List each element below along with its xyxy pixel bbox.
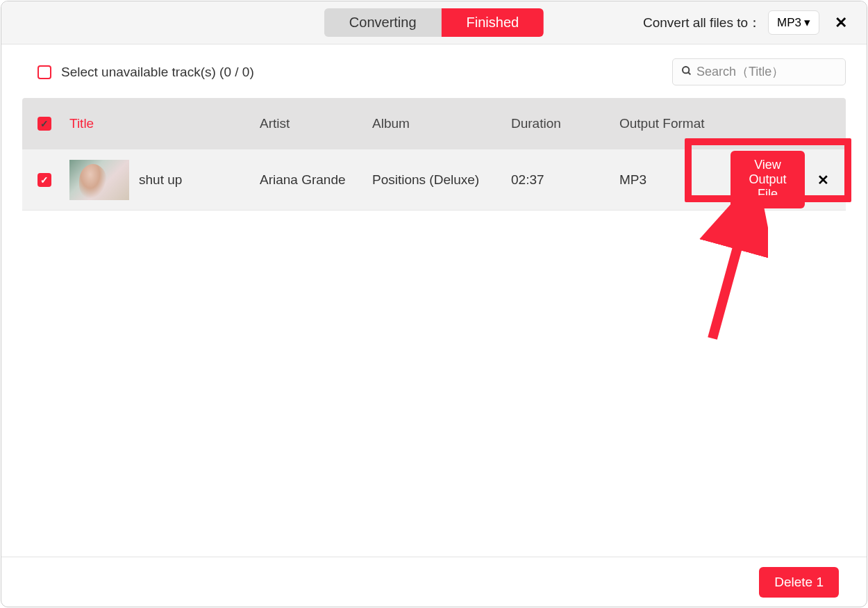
convert-all-group: Convert all files to： MP3 ▾ ✕ — [643, 10, 850, 35]
table-header: ✓ Title Artist Album Duration Output For… — [22, 98, 846, 149]
convert-all-label: Convert all files to： — [643, 14, 761, 32]
search-icon — [681, 65, 692, 79]
track-format: MP3 — [619, 172, 731, 188]
select-all-checkbox[interactable]: ✓ — [37, 117, 51, 131]
column-duration[interactable]: Duration — [511, 116, 619, 131]
select-unavailable-checkbox[interactable] — [37, 65, 51, 79]
svg-point-0 — [683, 67, 689, 73]
view-output-file-button[interactable]: View Output File — [731, 151, 805, 208]
track-duration: 02:37 — [511, 172, 619, 188]
close-icon[interactable]: ✕ — [832, 11, 850, 35]
tab-converting[interactable]: Converting — [324, 8, 442, 37]
column-album[interactable]: Album — [372, 116, 511, 131]
album-art-thumbnail — [69, 160, 129, 200]
row-checkbox[interactable]: ✓ — [37, 173, 51, 187]
table-row: ✓ shut up Ariana Grande Positions (Delux… — [22, 149, 846, 211]
tab-group: Converting Finished — [324, 8, 544, 37]
tab-finished[interactable]: Finished — [442, 8, 544, 37]
svg-line-1 — [688, 72, 690, 74]
toolbar-row: Select unavailable track(s) (0 / 0) — [1, 44, 867, 98]
column-artist[interactable]: Artist — [260, 116, 372, 131]
format-select[interactable]: MP3 ▾ — [768, 10, 819, 35]
annotation-arrow-icon — [699, 199, 768, 345]
search-box[interactable] — [672, 58, 846, 85]
bottom-bar: Delete 1 — [1, 557, 867, 607]
tracks-table: ✓ Title Artist Album Duration Output For… — [1, 98, 867, 211]
format-select-value: MP3 — [777, 16, 801, 30]
chevron-down-icon: ▾ — [804, 15, 810, 30]
search-input[interactable] — [696, 65, 858, 79]
column-title[interactable]: Title — [69, 116, 260, 131]
column-output-format[interactable]: Output Format — [619, 116, 731, 131]
track-title: shut up — [139, 172, 182, 188]
top-bar: Converting Finished Convert all files to… — [1, 1, 867, 44]
remove-row-icon[interactable]: ✕ — [813, 170, 833, 190]
track-album: Positions (Deluxe) — [372, 172, 511, 188]
converter-window: Converting Finished Convert all files to… — [1, 1, 867, 607]
svg-line-3 — [712, 212, 747, 338]
track-artist: Ariana Grande — [260, 172, 372, 188]
delete-button[interactable]: Delete 1 — [759, 567, 839, 598]
select-unavailable-label: Select unavailable track(s) (0 / 0) — [61, 65, 254, 80]
